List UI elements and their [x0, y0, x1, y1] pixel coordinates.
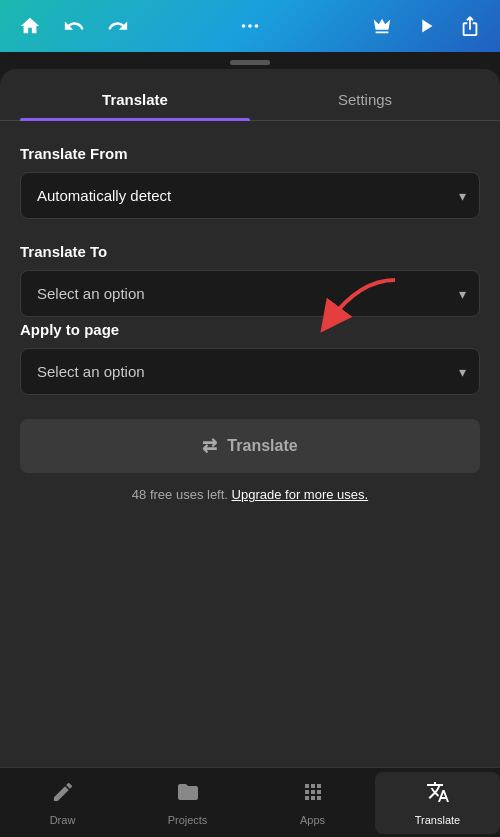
- tab-translate[interactable]: Translate: [20, 77, 250, 120]
- projects-icon: [176, 780, 200, 810]
- drag-handle: [230, 60, 270, 65]
- redo-icon[interactable]: [104, 12, 132, 40]
- apps-icon: [301, 780, 325, 810]
- crown-icon[interactable]: [368, 12, 396, 40]
- svg-point-0: [242, 24, 246, 28]
- svg-point-2: [255, 24, 259, 28]
- translate-button[interactable]: ⇄ Translate: [20, 419, 480, 473]
- nav-item-draw[interactable]: Draw: [0, 772, 125, 834]
- apply-to-page-wrapper: Select an option ▾: [20, 348, 480, 395]
- translate-to-label: Translate To: [20, 243, 480, 260]
- undo-icon[interactable]: [60, 12, 88, 40]
- translate-from-label: Translate From: [20, 145, 480, 162]
- translate-nav-icon: [426, 780, 450, 810]
- toolbar-right: [368, 12, 484, 40]
- translate-to-wrapper: Select an option ▾: [20, 270, 480, 317]
- toolbar-center: [236, 12, 264, 40]
- toolbar-left: [16, 12, 132, 40]
- bottom-nav: Draw Projects Apps Translate: [0, 767, 500, 837]
- translate-button-icon: ⇄: [202, 435, 217, 457]
- apply-to-page-label: Apply to page: [20, 321, 480, 338]
- nav-item-apps[interactable]: Apps: [250, 772, 375, 834]
- share-icon[interactable]: [456, 12, 484, 40]
- translate-to-select[interactable]: Select an option: [20, 270, 480, 317]
- apply-to-page-select[interactable]: Select an option: [20, 348, 480, 395]
- main-panel: Translate Settings Translate From Automa…: [0, 69, 500, 776]
- draw-icon: [51, 780, 75, 810]
- tab-settings[interactable]: Settings: [250, 77, 480, 120]
- svg-point-1: [248, 24, 252, 28]
- tabs-container: Translate Settings: [0, 77, 500, 121]
- home-icon[interactable]: [16, 12, 44, 40]
- upgrade-link[interactable]: Upgrade for more uses.: [232, 487, 369, 502]
- upgrade-text: 48 free uses left. Upgrade for more uses…: [20, 487, 480, 502]
- nav-item-translate[interactable]: Translate: [375, 772, 500, 834]
- content-area: Translate From Automatically detect ▾ Tr…: [0, 121, 500, 776]
- top-toolbar: [0, 0, 500, 52]
- nav-item-projects[interactable]: Projects: [125, 772, 250, 834]
- play-icon[interactable]: [412, 12, 440, 40]
- more-icon[interactable]: [236, 12, 264, 40]
- translate-from-select[interactable]: Automatically detect: [20, 172, 480, 219]
- translate-from-wrapper: Automatically detect ▾: [20, 172, 480, 219]
- apps-label: Apps: [300, 814, 325, 826]
- draw-label: Draw: [50, 814, 76, 826]
- translate-nav-label: Translate: [415, 814, 460, 826]
- projects-label: Projects: [168, 814, 208, 826]
